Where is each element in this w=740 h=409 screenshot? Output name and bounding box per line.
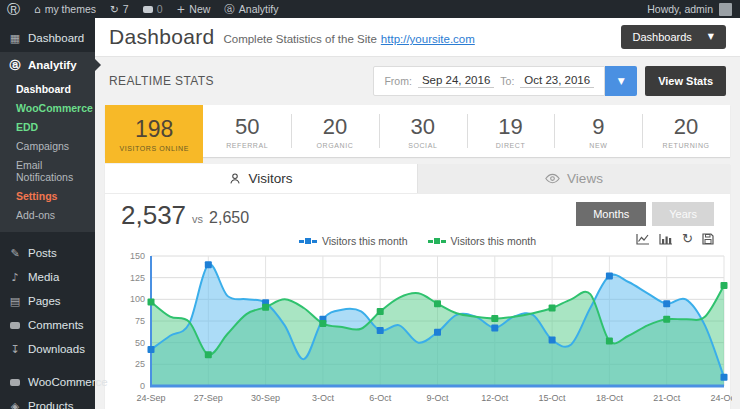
analytify-submenu: Dashboard WooCommerce EDD Campaigns Emai…	[0, 78, 95, 232]
sidebar-item-media[interactable]: ♪ Media	[0, 265, 95, 289]
sidebar-item-pages[interactable]: ▤ Pages	[0, 289, 95, 313]
months-button[interactable]: Months	[576, 202, 646, 226]
submenu-item-settings[interactable]: Settings	[16, 186, 95, 205]
submenu-item-campaigns[interactable]: Campaigns	[16, 136, 95, 155]
sidebar-item-products[interactable]: ◈ Products	[0, 394, 95, 409]
legend-label: Visitors this month	[451, 235, 537, 247]
adminbar-updates[interactable]: ↻ 7	[103, 0, 136, 18]
view-stats-button[interactable]: View Stats	[645, 66, 726, 96]
current-total: 2,537	[121, 202, 186, 228]
sidebar-item-label: Products	[28, 400, 73, 409]
submenu-item-dashboard[interactable]: Dashboard	[16, 79, 95, 98]
adminbar-site-menu[interactable]: ⌂ my themes	[27, 0, 103, 18]
realtime-heading: REALTIME STATS	[109, 74, 214, 88]
sidebar-item-woocommerce[interactable]: WooCommerce	[0, 370, 95, 394]
svg-text:30-Sep: 30-Sep	[251, 393, 280, 403]
tab-label: Views	[567, 171, 603, 186]
adminbar-analytify[interactable]: ⓐ Analytify	[217, 0, 285, 18]
svg-text:100: 100	[130, 294, 145, 304]
legend-marker-blue	[299, 237, 317, 246]
submenu-item-email-notifications[interactable]: Email Notifications	[16, 155, 95, 186]
date-range-widget: From: Sep 24, 2016 To: Oct 23, 2016 ▼ Vi…	[373, 66, 726, 96]
bar-chart-icon[interactable]	[659, 233, 673, 245]
svg-text:15-Oct: 15-Oct	[539, 393, 567, 403]
years-button[interactable]: Years	[652, 202, 714, 226]
tab-visitors[interactable]: Visitors	[105, 164, 417, 193]
download-icon: ↧	[9, 344, 21, 355]
stat-value: 9	[592, 114, 604, 140]
sidebar-item-label: Pages	[28, 295, 61, 307]
plus-icon: +	[177, 4, 186, 15]
legend-item-blue[interactable]: Visitors this month	[299, 235, 408, 247]
stat-value: 19	[498, 114, 522, 140]
howdy-text[interactable]: Howdy, admin	[647, 3, 713, 15]
page-header: Dashboard Complete Statistics of the Sit…	[95, 18, 740, 57]
chevron-down-icon: ▼	[618, 77, 625, 86]
svg-text:24-Oct: 24-Oct	[710, 393, 732, 403]
page-title: Dashboard	[109, 25, 214, 49]
stat-label: ORGANIC	[317, 142, 354, 149]
wordpress-logo-icon[interactable]: Ⓡ	[0, 0, 27, 18]
svg-text:27-Sep: 27-Sep	[194, 393, 223, 403]
svg-text:21-Oct: 21-Oct	[653, 393, 681, 403]
updates-count: 7	[123, 3, 129, 15]
date-dropdown-button[interactable]: ▼	[605, 66, 637, 96]
stat-label: DIRECT	[496, 142, 526, 149]
svg-text:25: 25	[135, 359, 145, 369]
adminbar-new[interactable]: + New	[170, 0, 218, 18]
sidebar-item-dashboard[interactable]: ▦ Dashboard	[0, 26, 95, 50]
line-chart-icon[interactable]	[636, 233, 650, 245]
tab-views[interactable]: Views	[417, 164, 730, 193]
to-date-input[interactable]: Oct 23, 2016	[520, 74, 594, 88]
stat-value: 20	[674, 114, 698, 140]
main-content: Dashboard Complete Statistics of the Sit…	[95, 18, 740, 409]
cube-icon: ◈	[9, 401, 21, 409]
svg-text:18-Oct: 18-Oct	[596, 393, 624, 403]
refresh-icon[interactable]: ↻	[682, 232, 693, 245]
adminbar-comments[interactable]: 0	[136, 0, 170, 18]
svg-text:12-Oct: 12-Oct	[481, 393, 509, 403]
svg-text:50: 50	[135, 338, 145, 348]
svg-text:0: 0	[140, 381, 145, 391]
pages-icon: ▤	[9, 296, 21, 307]
svg-text:6-Oct: 6-Oct	[369, 393, 392, 403]
sidebar-analytify-block: ⓐ Analytify Dashboard WooCommerce EDD Ca…	[0, 52, 95, 232]
stat-organic: 20 ORGANIC	[291, 105, 379, 157]
comment-bubble-icon	[9, 319, 21, 331]
home-icon: ⌂	[34, 4, 41, 15]
admin-bar: Ⓡ ⌂ my themes ↻ 7 0 + New ⓐ Analytify Ho…	[0, 0, 740, 18]
svg-text:9-Oct: 9-Oct	[426, 393, 449, 403]
analytify-icon: ⓐ	[224, 4, 235, 15]
save-icon[interactable]	[702, 233, 714, 245]
sidebar-item-label: Analytify	[28, 59, 77, 71]
avatar[interactable]	[719, 3, 732, 16]
from-label: From:	[384, 75, 411, 87]
sidebar-item-label: WooCommerce	[28, 376, 108, 388]
from-date-input[interactable]: Sep 24, 2016	[418, 74, 494, 88]
eye-icon	[545, 173, 560, 184]
chart-area: 025507510012515024-Sep27-Sep30-Sep3-Oct6…	[105, 248, 730, 409]
sidebar-item-posts[interactable]: ✎ Posts	[0, 241, 95, 265]
legend-row: Visitors this month Visitors this month …	[105, 228, 730, 248]
legend-item-green[interactable]: Visitors this month	[428, 235, 537, 247]
analytify-icon: ⓐ	[9, 60, 21, 71]
sidebar-item-downloads[interactable]: ↧ Downloads	[0, 337, 95, 361]
site-url-link[interactable]: http://yoursite.com	[381, 33, 475, 45]
chart-toolbar: ↻	[636, 232, 714, 245]
sidebar-item-label: Dashboard	[28, 32, 84, 44]
tab-label: Visitors	[248, 171, 292, 186]
media-icon: ♪	[9, 272, 21, 283]
sidebar-item-analytify[interactable]: ⓐ Analytify	[0, 52, 95, 78]
stat-label: REFERRAL	[226, 142, 268, 149]
updates-icon: ↻	[110, 4, 119, 15]
submenu-item-addons[interactable]: Add-ons	[16, 205, 95, 224]
submenu-item-woocommerce[interactable]: WooCommerce	[16, 98, 95, 117]
sidebar-item-comments[interactable]: Comments	[0, 313, 95, 337]
dashboards-dropdown-button[interactable]: Dashboards ▼	[621, 25, 726, 49]
sidebar-item-label: Comments	[28, 319, 84, 331]
stat-referral: 50 REFERRAL	[203, 105, 291, 157]
submenu-item-edd[interactable]: EDD	[16, 117, 95, 136]
summary-row: 2,537 vs 2,650 Months Years	[105, 194, 730, 228]
stat-value: 50	[235, 114, 259, 140]
range-toggle: Months Years	[576, 202, 714, 226]
